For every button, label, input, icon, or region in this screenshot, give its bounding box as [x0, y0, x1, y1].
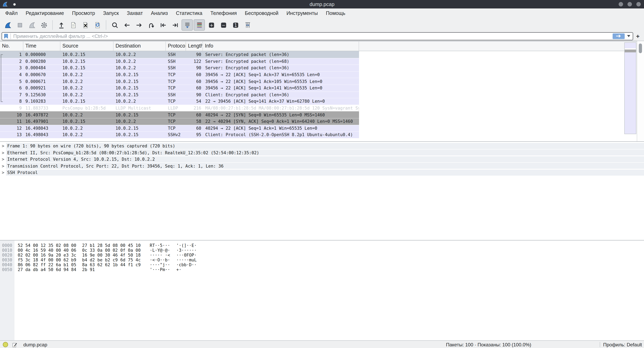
column-header-source[interactable]: Source — [60, 42, 114, 51]
restart-capture-button[interactable] — [26, 19, 38, 31]
go-to-packet-button[interactable] — [145, 19, 156, 31]
open-file-button[interactable] — [56, 19, 67, 31]
hex-row-0050[interactable]: 005027 da db a4 50 6d 94 842b 91'···Pm··… — [0, 267, 644, 272]
menu-item-wireless[interactable]: Беспроводной — [241, 9, 282, 19]
filter-apply-button[interactable] — [612, 33, 625, 39]
packet-row-7[interactable]: 79.12563010.0.2.210.0.2.15SSH90Client: E… — [0, 91, 359, 98]
menu-item-view[interactable]: Просмотр — [68, 9, 99, 19]
packet-row-11[interactable]: 1116.49790110.0.2.1510.0.2.2TCP5822 → 40… — [0, 118, 359, 125]
menu-item-help[interactable]: Помощь — [322, 9, 349, 19]
cell-destination: 10.0.2.15 — [114, 86, 166, 90]
filter-add-button[interactable]: + — [636, 33, 640, 40]
hex-row-0030[interactable]: 0030f5 3c 18 4f 00 00 62 b9b4 d2 be b2 c… — [0, 257, 644, 262]
menu-item-statistics[interactable]: Статистика — [172, 9, 206, 19]
packet-row-5[interactable]: 50.00067110.0.2.210.0.2.15TCP6039456 → 2… — [0, 78, 359, 85]
cell-no: 1 — [0, 52, 23, 57]
zoom-out-button[interactable]: − — [218, 19, 229, 31]
ascii-right: ·cbb·D·· — [176, 262, 196, 267]
go-first-button[interactable] — [158, 19, 169, 31]
resize-columns-button[interactable] — [242, 19, 253, 31]
column-header-no[interactable]: No. — [0, 42, 23, 51]
hex-lines: 000052 54 00 12 35 02 08 0027 b1 28 5d 0… — [0, 240, 644, 272]
column-header-info[interactable]: Info — [203, 42, 359, 51]
svg-text:1: 1 — [234, 22, 237, 28]
detail-row-4[interactable]: >SSH Protocol — [0, 169, 644, 176]
filter-dropdown-chevron-icon[interactable] — [627, 35, 630, 37]
colorize-button[interactable] — [194, 19, 205, 31]
go-last-button[interactable] — [170, 19, 181, 31]
reload-file-button[interactable] — [92, 19, 103, 31]
hex-row-0040[interactable]: 004086 06 82 ff 22 6a b1 058a 63 62 62 1… — [0, 262, 644, 267]
packet-row-12[interactable]: 1216.49804310.0.2.210.0.2.15TCP6040294 →… — [0, 125, 359, 131]
menu-item-capture[interactable]: Захват — [123, 9, 147, 19]
expand-chevron-icon[interactable]: > — [0, 150, 6, 155]
detail-row-0[interactable]: >Frame 1: 90 bytes on wire (720 bits), 9… — [0, 143, 644, 149]
ascii-right: ·····muL — [176, 257, 196, 262]
zoom-100-button[interactable]: 1 — [230, 19, 241, 31]
intelligent-scrollbar-minimap[interactable] — [624, 42, 636, 134]
display-filter-input[interactable]: Применить дисплейный фильтр ... <Ctrl-/> — [2, 32, 633, 40]
save-file-button[interactable] — [68, 19, 79, 31]
packet-row-8[interactable]: 89.16928310.0.2.1510.0.2.2TCP5422 → 3945… — [0, 98, 359, 105]
column-header-length[interactable]: Length — [186, 42, 203, 51]
go-back-button[interactable] — [121, 19, 132, 31]
column-header-time[interactable]: Time — [23, 42, 60, 51]
window-close-button[interactable] — [636, 2, 641, 7]
hex-row-0000[interactable]: 000052 54 00 12 35 02 08 0027 b1 28 5d 0… — [0, 243, 644, 248]
detail-row-3[interactable]: >Transmission Control Protocol, Src Port… — [0, 163, 644, 169]
expand-chevron-icon[interactable]: > — [0, 157, 6, 162]
expand-chevron-icon[interactable]: > — [0, 170, 6, 175]
window-maximize-button[interactable] — [628, 2, 632, 7]
packet-row-1[interactable]: 10.00000010.0.2.1510.0.2.2SSH90Server: E… — [0, 51, 359, 58]
ascii-right: +· — [176, 267, 181, 272]
packet-row-2[interactable]: 20.00028010.0.2.1510.0.2.2SSH122Server: … — [0, 58, 359, 65]
hex-row-0010[interactable]: 001000 4c 16 59 40 00 40 060c 33 0a 00 0… — [0, 248, 644, 252]
go-forward-button[interactable] — [133, 19, 144, 31]
cell-length: 60 — [186, 86, 203, 90]
column-header-protocol[interactable]: Protocol — [166, 42, 186, 51]
capture-options-button[interactable] — [38, 19, 50, 31]
stop-capture-button[interactable] — [14, 19, 25, 31]
cell-length: 95 — [186, 132, 203, 137]
menu-item-file[interactable]: Файл — [1, 9, 22, 19]
packet-row-3[interactable]: 30.00048410.0.2.1510.0.2.2SSH90Server: E… — [0, 65, 359, 71]
capture-comment-icon[interactable] — [12, 342, 17, 347]
zoom-in-button[interactable]: + — [206, 19, 217, 31]
cell-time: 0.000670 — [23, 72, 60, 77]
cell-length: 58 — [186, 119, 203, 124]
find-packet-button[interactable] — [109, 19, 120, 31]
cell-source: 10.0.2.2 — [60, 79, 114, 84]
packet-row-10[interactable]: 1016.49787210.0.2.210.0.2.15TCP6040294 →… — [0, 111, 359, 118]
cell-protocol: TCP — [166, 72, 186, 77]
packet-list-scrollbar[interactable] — [637, 41, 644, 141]
hex-row-0020[interactable]: 002002 02 00 16 9a 20 e3 3c16 9e 00 30 4… — [0, 252, 644, 257]
cell-destination: 10.0.2.15 — [114, 132, 166, 137]
menu-item-telephony[interactable]: Телефония — [206, 9, 241, 19]
packet-row-13[interactable]: 1316.49804310.0.2.210.0.2.15SSHv295Clien… — [0, 131, 359, 138]
packet-list-rows: 10.00000010.0.2.1510.0.2.2SSH90Server: E… — [0, 51, 644, 138]
cell-source: 10.0.2.2 — [60, 92, 114, 97]
close-file-button[interactable] — [80, 19, 91, 31]
menu-item-analyze[interactable]: Анализ — [147, 9, 172, 19]
column-header-destination[interactable]: Destination — [114, 42, 166, 51]
packet-row-6[interactable]: 60.00092110.0.2.210.0.2.15TCP6039456 → 2… — [0, 85, 359, 91]
expand-chevron-icon[interactable]: > — [0, 144, 6, 148]
start-capture-button[interactable] — [2, 19, 13, 31]
cell-info: 40294 → 22 [SYN] Seq=0 Win=65535 Len=0 M… — [203, 112, 359, 117]
packet-list-pane: No.TimeSourceDestinationProtocolLengthIn… — [0, 41, 644, 141]
menu-item-edit[interactable]: Редактирование — [22, 9, 68, 19]
expert-info-icon[interactable] — [3, 342, 8, 347]
status-profile[interactable]: Профиль: Default — [603, 342, 642, 347]
expand-chevron-icon[interactable]: > — [0, 164, 6, 168]
scrollbar-thumb[interactable] — [639, 44, 642, 53]
packet-row-4[interactable]: 40.00067010.0.2.210.0.2.15TCP6039456 → 2… — [0, 71, 359, 78]
menu-item-go[interactable]: Запуск — [99, 9, 123, 19]
cell-info: 22 → 40294 [SYN, ACK] Seq=0 Ack=1 Win=64… — [203, 119, 359, 124]
packet-row-9[interactable]: 911.883733PcsCompu_b1:28:5dLLDP_Multicas… — [0, 105, 359, 111]
window-minimize-button[interactable] — [619, 2, 623, 7]
auto-scroll-button[interactable] — [182, 19, 193, 31]
filter-bookmark-icon[interactable] — [4, 33, 8, 39]
detail-row-1[interactable]: >Ethernet II, Src: PcsCompu_b1:28:5d (08… — [0, 149, 644, 156]
detail-row-2[interactable]: >Internet Protocol Version 4, Src: 10.0.… — [0, 156, 644, 163]
menu-item-tools[interactable]: Инструменты — [282, 9, 322, 19]
